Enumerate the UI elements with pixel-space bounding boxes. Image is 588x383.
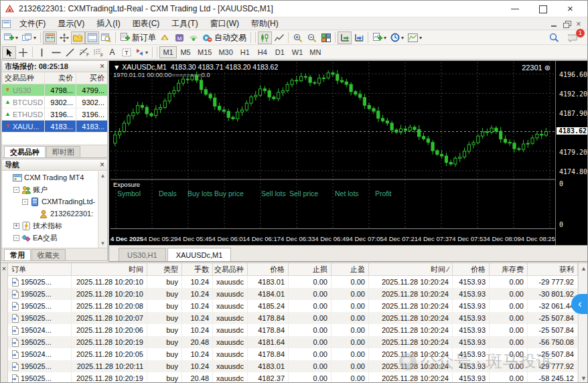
fibonacci-tool-button[interactable]: F [77, 46, 91, 59]
market-watch-row[interactable]: ▼XAUU...4183...4183... [2, 121, 107, 133]
text-label-tool-button[interactable]: T [119, 46, 133, 59]
price-axis[interactable]: 4196.604192.204187.904179.204174.804183.… [555, 61, 588, 245]
signals-button[interactable] [186, 31, 200, 44]
menu-item-6[interactable]: 帮助(H) [245, 17, 285, 30]
navigator-tab-0[interactable]: 常用 [4, 249, 31, 260]
collapse-icon[interactable]: - [13, 187, 19, 193]
templates-button[interactable]: ▾ [406, 31, 424, 44]
navigator-button[interactable] [71, 31, 85, 44]
market-watch-row[interactable]: ▲BTCUSD9302...9302... [2, 96, 107, 108]
orders-col-11[interactable]: 获利 [528, 263, 578, 275]
vertical-line-tool-button[interactable] [35, 46, 49, 59]
navigator-item-1[interactable]: -账户 [2, 183, 98, 196]
zoom-out-button[interactable] [305, 31, 319, 44]
chart-window[interactable]: ▼ XAUUSDc,M1 4183.30 4183.71 4183.20 418… [108, 60, 588, 262]
horizontal-line-tool-button[interactable] [49, 46, 63, 59]
metaeditor-button[interactable] [158, 31, 172, 44]
timeframe-w1-button[interactable]: W1 [289, 46, 307, 58]
line-chart-button[interactable] [272, 31, 286, 44]
indicators-button[interactable]: ▾ [370, 31, 388, 44]
tile-windows-button[interactable] [319, 31, 333, 44]
order-row[interactable]: 195025...2025.11.28 10:20:19buy20.48xauu… [8, 336, 578, 348]
child-minimize-button[interactable] [550, 21, 558, 27]
arrows-tool-button[interactable]: ▾ [133, 46, 150, 59]
candlestick-chart-button[interactable] [258, 31, 272, 44]
order-row[interactable]: 195024...2025.11.28 10:20:05buy10.24xauu… [8, 348, 578, 360]
market-watch-tab-0[interactable]: 交易品种 [4, 146, 46, 157]
chart-tab-1[interactable]: XAUUSDc,M1 [167, 248, 232, 261]
timeframe-m30-button[interactable]: M30 [215, 46, 236, 58]
market-watch-row[interactable]: ▲ETHUSD3196...3196... [2, 108, 107, 121]
menu-item-0[interactable]: 文件(F) [13, 17, 52, 30]
timeframe-mn-button[interactable]: MN [306, 46, 324, 58]
orders-col-9[interactable]: 价格 [453, 263, 490, 275]
navigator-item-4[interactable]: +技术指标 [2, 220, 98, 232]
timeframe-m15-button[interactable]: M15 [194, 46, 215, 58]
orders-col-10[interactable]: 库存费 [490, 263, 528, 275]
close-button[interactable]: × [567, 5, 575, 13]
trendline-tool-button[interactable] [63, 46, 77, 59]
strategy-tester-button[interactable] [99, 31, 113, 44]
menu-item-1[interactable]: 显示(V) [52, 17, 90, 30]
collapse-icon[interactable]: - [13, 235, 19, 241]
profiles-button[interactable]: ▾ [20, 31, 38, 44]
chart-tab-0[interactable]: US30,H1 [119, 248, 166, 261]
timeframe-d1-button[interactable]: D1 [271, 46, 289, 58]
channel-tool-button[interactable]: F [91, 46, 105, 59]
child-close-button[interactable]: × [576, 21, 583, 27]
orders-col-0[interactable]: 订单 [8, 263, 72, 275]
orders-col-7[interactable]: 止盈 [332, 263, 369, 275]
periods-button[interactable]: ▾ [388, 31, 406, 44]
cursor-tool-button[interactable] [2, 46, 16, 59]
new-order-button[interactable]: 新订单 [118, 31, 158, 44]
minimize-button[interactable] [511, 5, 519, 13]
candlestick-plot[interactable] [111, 62, 555, 229]
mw-col-bid[interactable]: 卖价 [45, 72, 76, 84]
orders-col-1[interactable]: 时间 [72, 263, 147, 275]
market-watch-row[interactable]: ▼US304798...4799... [2, 84, 107, 96]
orders-col-5[interactable]: 价格 [248, 263, 289, 275]
menu-item-4[interactable]: 工具(T) [165, 17, 204, 30]
navigator-item-2[interactable]: -CXMTradingLtd- [2, 196, 98, 208]
navigator-item-5[interactable]: -EA交易 [2, 232, 98, 244]
maximize-button[interactable] [539, 5, 547, 13]
child-restore-button[interactable] [563, 21, 571, 27]
order-row[interactable]: 195025...2025.11.28 10:20:07buy10.24xauu… [8, 312, 578, 324]
order-row[interactable]: 195024...2025.11.28 10:20:06buy10.24xauu… [8, 324, 578, 336]
autotrading-button[interactable]: 自动交易 [200, 31, 248, 44]
terminal-button[interactable] [85, 31, 99, 44]
menu-item-3[interactable]: 图表(C) [127, 17, 166, 30]
auto-scroll-button[interactable] [338, 31, 352, 44]
navigator-tab-1[interactable]: 收藏夹 [31, 249, 66, 260]
menu-item-2[interactable]: 插入(I) [90, 17, 126, 30]
order-row[interactable]: 195025...2025.11.28 10:20:19buy20.48xauu… [8, 372, 578, 383]
chart-window-icon[interactable] [2, 20, 11, 28]
navigator-close-icon[interactable]: × [100, 161, 104, 168]
chart-shift-button[interactable] [352, 31, 366, 44]
zoom-in-button[interactable] [291, 31, 305, 44]
market-watch-tab-1[interactable]: 即时图 [46, 146, 80, 157]
order-row[interactable]: 195025...2025.11.28 10:20:10buy10.24xauu… [8, 276, 578, 288]
timeframe-h4-button[interactable]: H4 [254, 46, 271, 58]
orders-col-2[interactable]: 类型 [147, 263, 182, 275]
market-watch-close-icon[interactable]: × [100, 63, 104, 70]
timeframe-m1-button[interactable]: M1 [159, 46, 177, 58]
timeframe-h1-button[interactable]: H1 [236, 46, 254, 58]
notifications-icon[interactable]: 1 [566, 31, 581, 44]
orders-col-6[interactable]: 止损 [289, 263, 332, 275]
orders-col-8[interactable]: 时间 ∕ [369, 263, 453, 275]
navigator-item-0[interactable]: CXM Trading MT4 [2, 171, 98, 183]
mql5-community-button[interactable]: M [172, 31, 186, 44]
terminal-scrollbar[interactable]: ▲▼ [578, 263, 588, 383]
timeframe-m5-button[interactable]: M5 [177, 46, 194, 58]
navigator-item-3[interactable]: 2132622301: [2, 208, 98, 220]
floating-collapse-button[interactable]: ‹ [571, 294, 588, 314]
mw-col-symbol[interactable]: 交易品种 [2, 72, 45, 84]
terminal-close-icon[interactable]: × [1, 263, 7, 274]
text-tool-button[interactable]: A [105, 46, 119, 59]
navigator-scrollbar[interactable]: ▲▼ [98, 171, 107, 248]
new-chart-button[interactable]: ▾ [2, 31, 20, 44]
time-axis[interactable]: 4 Dec 20254 Dec 05:294 Dec 05:454 Dec 06… [111, 230, 555, 244]
market-watch-button[interactable] [43, 31, 57, 44]
expand-icon[interactable]: + [13, 223, 19, 229]
